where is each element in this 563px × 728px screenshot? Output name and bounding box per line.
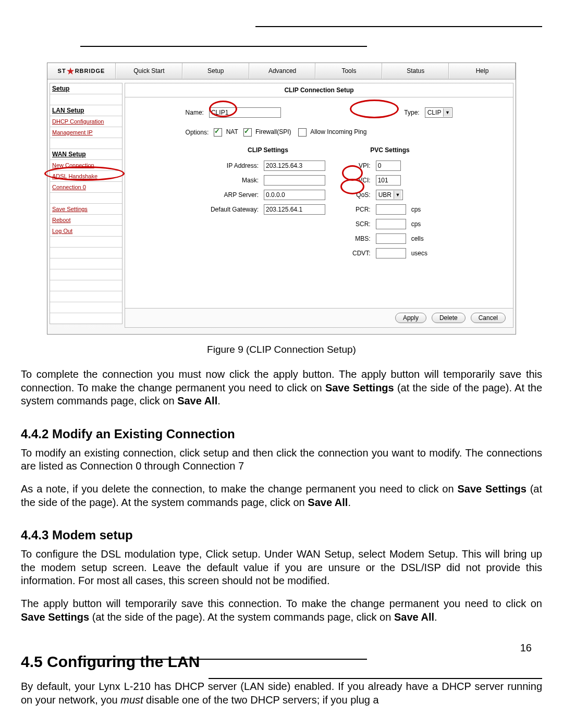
arp-label: ARP Server: <box>209 188 261 202</box>
mbs-input[interactable] <box>376 233 406 244</box>
vci-label: VCI: <box>350 174 373 187</box>
allow-ping-checkbox-label: Allow Incoming Ping <box>310 129 366 135</box>
paragraph: By default, your Lynx L-210 has DHCP ser… <box>21 680 542 707</box>
apply-button[interactable]: Apply <box>395 313 426 323</box>
arp-input[interactable] <box>264 190 325 200</box>
qos-select-value: UBR <box>378 191 391 199</box>
tab-setup[interactable]: Setup <box>182 63 249 79</box>
firewall-checkbox-label: Firewall(SPI) <box>255 128 291 135</box>
header-rule-right <box>255 26 542 27</box>
scr-input[interactable] <box>376 219 406 229</box>
sidebar-spacer <box>50 138 122 149</box>
paragraph: To configure the DSL modulation type, Cl… <box>21 548 542 588</box>
sidebar-item-new-connection[interactable]: New Connection <box>50 159 122 170</box>
nat-checkbox-label: NAT <box>226 128 238 135</box>
name-input[interactable] <box>209 107 281 118</box>
pcr-input[interactable] <box>376 204 406 215</box>
panel-actions: Apply Delete Cancel <box>125 308 513 327</box>
heading-4-4-2: 4.4.2 Modify an Existing Connection <box>21 427 542 441</box>
sidebar-wan-header: WAN Setup <box>50 149 122 159</box>
mbs-label: MBS: <box>350 232 373 245</box>
delete-button[interactable]: Delete <box>432 313 466 323</box>
cancel-button[interactable]: Cancel <box>471 313 506 323</box>
sidebar-item-save-settings[interactable]: Save Settings <box>50 203 122 214</box>
qos-select[interactable]: UBR ▼ <box>376 190 403 200</box>
vci-input[interactable] <box>376 175 401 186</box>
chevron-down-icon: ▼ <box>394 191 401 199</box>
gw-label: Default Gateway: <box>209 203 261 216</box>
type-label: Type: <box>402 106 421 119</box>
tab-tools[interactable]: Tools <box>315 63 382 79</box>
sidebar-item-log-out[interactable]: Log Out <box>50 225 122 236</box>
tab-advanced[interactable]: Advanced <box>249 63 316 79</box>
brand-logo: ST ★ RBRIDGE <box>47 63 116 79</box>
paragraph: As a note, if you delete the connection,… <box>21 483 542 509</box>
firewall-checkbox[interactable] <box>243 128 252 137</box>
tab-help[interactable]: Help <box>449 63 516 79</box>
figure-caption: Figure 9 (CLIP Connection Setup) <box>21 344 542 355</box>
cdvt-unit: usecs <box>409 246 430 260</box>
chevron-down-icon: ▼ <box>443 108 451 117</box>
sidebar: Setup LAN Setup DHCP Configuration Manag… <box>50 83 123 324</box>
vpi-input[interactable] <box>376 161 401 171</box>
brand-text-right: RBRIDGE <box>75 68 105 74</box>
clip-settings-title: CLIP Settings <box>207 146 328 154</box>
sidebar-item-adsl-handshake[interactable]: ADSL Handshake <box>50 170 122 181</box>
ip-label: IP Address: <box>209 159 261 172</box>
paragraph: The apply button will temporarily save t… <box>21 597 542 624</box>
pvc-settings-title: PVC Settings <box>349 146 431 154</box>
main-panel: CLIP Connection Setup Name: Options: <box>125 83 513 328</box>
nat-checkbox[interactable] <box>214 128 222 137</box>
cdvt-label: CDVT: <box>350 246 373 260</box>
cdvt-input[interactable] <box>376 248 406 258</box>
star-icon: ★ <box>67 66 75 76</box>
sidebar-item-dhcp-config[interactable]: DHCP Configuration <box>50 116 122 127</box>
footer-rule-right <box>209 678 542 679</box>
pcr-unit: cps <box>409 203 430 216</box>
sidebar-item-management-ip[interactable]: Management IP <box>50 127 122 138</box>
sidebar-spacer <box>50 94 122 105</box>
gw-input[interactable] <box>264 204 325 215</box>
type-select-value: CLIP <box>427 109 442 116</box>
name-label: Name: <box>183 106 206 119</box>
vpi-label: VPI: <box>350 159 373 172</box>
router-screenshot: ST ★ RBRIDGE Quick Start Setup Advanced … <box>47 63 516 335</box>
panel-title: CLIP Connection Setup <box>125 83 513 97</box>
sidebar-item-reboot[interactable]: Reboot <box>50 214 122 225</box>
tab-quick-start[interactable]: Quick Start <box>116 63 182 79</box>
mask-label: Mask: <box>209 174 261 187</box>
footer-rule-left <box>80 659 367 660</box>
paragraph: To complete the connection you must now … <box>21 368 542 408</box>
mask-input[interactable] <box>264 175 325 186</box>
qos-label: QoS: <box>350 188 373 202</box>
sidebar-spacer <box>50 192 122 203</box>
scr-unit: cps <box>409 217 430 231</box>
heading-4-5: 4.5 Configuring the LAN <box>21 653 542 671</box>
tab-bar: ST ★ RBRIDGE Quick Start Setup Advanced … <box>47 63 516 80</box>
sidebar-title: Setup <box>50 83 122 94</box>
brand-text-left: ST <box>58 68 66 74</box>
sidebar-lan-header: LAN Setup <box>50 105 122 116</box>
ip-input[interactable] <box>264 161 325 171</box>
paragraph: To modify an existing connection, click … <box>21 447 542 473</box>
pcr-label: PCR: <box>350 203 373 216</box>
allow-ping-checkbox[interactable] <box>298 128 307 137</box>
tab-status[interactable]: Status <box>382 63 449 79</box>
heading-4-4-3: 4.4.3 Modem setup <box>21 528 542 542</box>
scr-label: SCR: <box>350 217 373 231</box>
page-number: 16 <box>520 642 532 654</box>
header-rule-left <box>80 46 367 47</box>
sidebar-item-connection-0[interactable]: Connection 0 <box>50 181 122 192</box>
options-label: Options: <box>183 127 211 138</box>
mbs-unit: cells <box>409 232 430 245</box>
type-select[interactable]: CLIP ▼ <box>425 107 453 118</box>
